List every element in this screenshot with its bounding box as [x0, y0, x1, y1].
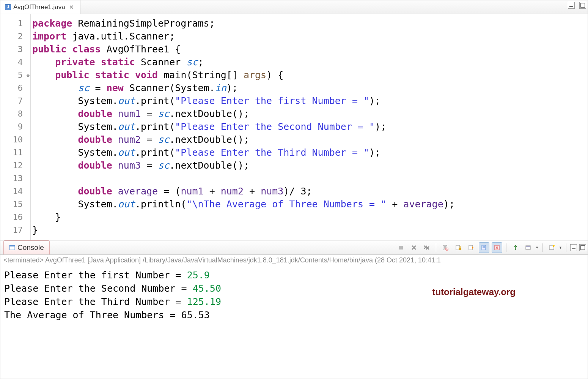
maximize-button[interactable] [579, 2, 586, 9]
clear-console-button[interactable] [440, 242, 451, 253]
watermark: tutorialgateway.org [432, 285, 516, 298]
code-line[interactable]: double num1 = sc.nextDouble(); [32, 107, 586, 120]
remove-all-launches-button[interactable] [421, 242, 432, 253]
user-input: 25.9 [187, 270, 210, 281]
tab-filename: AvgOfThree1.java [13, 3, 65, 11]
dropdown-arrow-icon[interactable]: ▼ [559, 246, 562, 250]
display-selected-console-button[interactable] [523, 242, 534, 253]
console-line: Please Enter the first Number = 25.9 [4, 268, 584, 282]
code-editor[interactable]: 1234567891011121314151617 package Remain… [0, 14, 588, 240]
line-number: 14 [0, 185, 30, 198]
remove-launch-button[interactable] [409, 242, 419, 253]
code-line[interactable]: System.out.print("Please Enter the Secon… [32, 120, 586, 133]
console-line: The Average of Three Numbers = 65.53 [4, 308, 584, 322]
code-line[interactable] [32, 172, 586, 185]
code-line[interactable]: } [32, 224, 586, 237]
show-console-on-error-button[interactable] [479, 242, 489, 253]
line-number: 13 [0, 172, 30, 185]
code-line[interactable]: double num3 = sc.nextDouble(); [32, 159, 586, 172]
line-number: 17 [0, 224, 30, 237]
code-line[interactable]: double num2 = sc.nextDouble(); [32, 133, 586, 146]
file-tab[interactable]: J AvgOfThree1.java ✕ [0, 0, 80, 14]
code-line[interactable]: private static Scanner sc; [32, 56, 586, 69]
svg-rect-11 [526, 246, 530, 247]
line-number: 5 [0, 69, 30, 82]
console-icon [9, 245, 15, 251]
console-toolbar: ▼ ▼ [396, 242, 586, 253]
console-title: Console [17, 243, 44, 252]
show-console-on-output-button[interactable] [466, 242, 476, 253]
svg-rect-2 [399, 246, 403, 250]
tab-close-icon[interactable]: ✕ [68, 4, 75, 11]
line-number: 11 [0, 146, 30, 159]
open-console-button[interactable] [547, 242, 557, 253]
console-maximize-button[interactable] [579, 244, 586, 251]
console-minimize-button[interactable] [570, 244, 577, 251]
line-number: 7 [0, 95, 30, 107]
line-number-gutter: 1234567891011121314151617 [0, 14, 31, 240]
line-number: 15 [0, 198, 30, 211]
console-header: Console ▼ ▼ [0, 240, 588, 255]
code-line[interactable]: public static void main(String[] args) { [32, 69, 586, 82]
dropdown-arrow-icon[interactable]: ▼ [535, 246, 539, 250]
line-number: 12 [0, 159, 30, 172]
line-number: 4 [0, 56, 30, 69]
code-line[interactable]: System.out.print("Please Enter the Third… [32, 146, 586, 159]
user-input: 125.19 [187, 296, 221, 307]
code-line[interactable]: package RemainingSimplePrograms; [32, 17, 586, 30]
code-line[interactable]: import java.util.Scanner; [32, 30, 586, 43]
line-number: 3 [0, 43, 30, 56]
pin-console-button[interactable] [510, 242, 521, 253]
line-number: 9 [0, 120, 30, 133]
code-line[interactable]: sc = new Scanner(System.in); [32, 82, 586, 95]
console-tab[interactable]: Console [3, 240, 50, 254]
code-line[interactable]: System.out.println("\nThe Average of Thr… [32, 198, 586, 211]
user-input: 45.50 [193, 283, 221, 294]
svg-point-13 [553, 245, 555, 246]
java-file-icon: J [5, 4, 11, 10]
line-number: 1 [0, 17, 30, 30]
line-number: 10 [0, 133, 30, 146]
svg-rect-6 [459, 248, 461, 250]
line-number: 2 [0, 30, 30, 43]
word-wrap-button[interactable] [492, 242, 502, 253]
code-line[interactable]: } [32, 211, 586, 224]
line-number: 16 [0, 211, 30, 224]
terminate-button[interactable] [396, 242, 406, 253]
code-area[interactable]: package RemainingSimplePrograms;import j… [31, 14, 588, 240]
minimize-button[interactable] [568, 2, 575, 9]
line-number: 8 [0, 107, 30, 120]
code-line[interactable]: public class AvgOfThree1 { [32, 43, 586, 56]
svg-rect-1 [9, 245, 15, 246]
code-line[interactable]: double average = (num1 + num2 + num3)/ 3… [32, 185, 586, 198]
console-output[interactable]: tutorialgateway.org Please Enter the fir… [0, 266, 588, 379]
scroll-lock-button[interactable] [453, 242, 464, 253]
editor-tab-bar: J AvgOfThree1.java ✕ [0, 0, 588, 14]
line-number: 6 [0, 82, 30, 95]
code-line[interactable]: System.out.print("Please Enter the first… [32, 95, 586, 107]
console-panel: Console ▼ ▼ [0, 240, 588, 379]
editor-window-controls [568, 2, 586, 9]
console-status: <terminated> AvgOfThree1 [Java Applicati… [0, 255, 588, 266]
